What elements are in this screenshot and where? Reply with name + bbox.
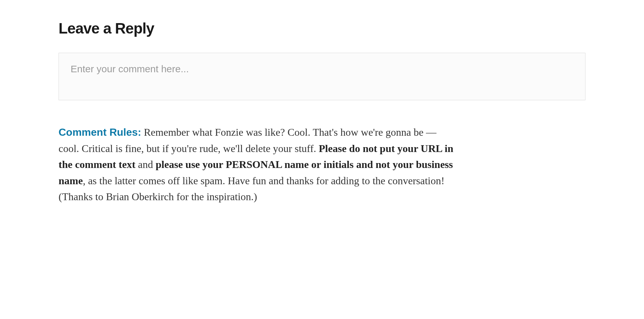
comment-rules: Comment Rules: Remember what Fonzie was … [59,124,459,205]
comment-input[interactable] [59,53,585,100]
comment-rules-label: Comment Rules: [59,126,141,138]
reply-heading: Leave a Reply [59,20,585,37]
rules-text-2: , as the latter comes off like spam. Hav… [59,175,445,203]
rules-mid-1: and [135,159,155,170]
